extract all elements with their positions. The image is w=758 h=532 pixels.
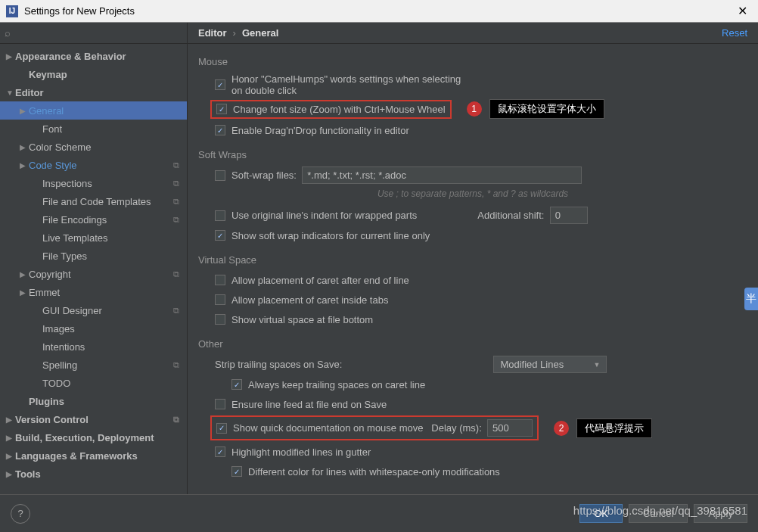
checkbox[interactable] [216, 423, 227, 434]
sidebar-item-todo[interactable]: TODO [0, 374, 187, 392]
shift-input[interactable] [550, 207, 588, 224]
sidebar-item-label: Tools [15, 468, 41, 480]
sidebar-item-font[interactable]: Font [0, 120, 187, 138]
lf-row: Ensure line feed at file end on Save [215, 396, 747, 412]
main-panel: Editor › General Reset Mouse Honor "Came… [188, 23, 758, 494]
callout-2: 2代码悬浮提示 [554, 418, 652, 438]
sidebar-item-version-control[interactable]: ▶Version Control⧉ [0, 410, 187, 428]
sidebar: ⌕ ▶Appearance & BehaviorKeymap▼Editor▶Ge… [0, 23, 188, 494]
sidebar-item-label: Editor [15, 87, 44, 98]
sidebar-item-label: Version Control [15, 414, 89, 425]
chevron-right-icon[interactable]: ▶ [6, 434, 15, 442]
sidebar-item-code-style[interactable]: ▶Code Style⧉ [0, 156, 187, 174]
chevron-right-icon[interactable]: ▶ [20, 107, 29, 115]
sidebar-item-spelling[interactable]: Spelling⧉ [0, 356, 187, 374]
copy-icon: ⧉ [173, 179, 179, 188]
checkbox[interactable] [215, 125, 225, 135]
footer: ? OK Cancel Apply https://blog.csdn.net/… [0, 494, 758, 532]
sidebar-item-images[interactable]: Images [0, 319, 187, 338]
sidebar-item-label: File Encodings [42, 214, 107, 226]
app-icon: IJ [6, 5, 18, 17]
chevron-right-icon[interactable]: ▶ [6, 415, 15, 424]
sidebar-item-editor[interactable]: ▼Editor [0, 83, 187, 101]
reset-link[interactable]: Reset [722, 27, 747, 39]
copy-icon: ⧉ [173, 360, 179, 370]
sidebar-item-label: Keymap [29, 69, 67, 80]
checkbox[interactable] [215, 79, 225, 90]
chevron-right-icon[interactable]: ▶ [6, 52, 15, 61]
keep-row: Always keep trailing spaces on caret lin… [231, 376, 747, 393]
chevron-right-icon[interactable]: ▶ [20, 270, 29, 278]
chevron-right-icon[interactable]: ▶ [20, 161, 29, 170]
sidebar-item-gui-designer[interactable]: GUI Designer⧉ [0, 301, 187, 319]
chevron-right-icon[interactable]: ▶ [20, 143, 29, 151]
softwrap-files-input[interactable] [302, 166, 582, 184]
window-title: Settings for New Projects [24, 5, 733, 17]
sidebar-item-label: Appearance & Behavior [15, 51, 126, 62]
delay-input[interactable] [487, 419, 533, 437]
content: Mouse Honor "CamelHumps" words settings … [188, 44, 758, 494]
quickdoc-row: Show quick documentation on mouse move D… [215, 415, 747, 440]
close-icon[interactable]: ✕ [733, 4, 752, 18]
ok-button[interactable]: OK [579, 504, 623, 523]
sidebar-item-file-and-code-templates[interactable]: File and Code Templates⧉ [0, 192, 187, 210]
chevron-right-icon[interactable]: ▶ [20, 288, 29, 297]
sidebar-item-build-execution-deployment[interactable]: ▶Build, Execution, Deployment [0, 428, 187, 446]
sidebar-item-intentions[interactable]: Intentions [0, 338, 187, 356]
sidebar-item-languages-frameworks[interactable]: ▶Languages & Frameworks [0, 446, 187, 465]
copy-icon: ⧉ [173, 160, 179, 170]
chevron-down-icon[interactable]: ▼ [6, 89, 15, 97]
virtual-bottom-row: Show virtual space at file bottom [215, 311, 747, 328]
sidebar-item-label: Font [42, 123, 62, 135]
caret-eol-row: Allow placement of caret after end of li… [215, 272, 747, 288]
sidebar-item-keymap[interactable]: Keymap [0, 65, 187, 83]
apply-button[interactable]: Apply [694, 504, 747, 523]
search-input[interactable] [14, 27, 182, 39]
checkbox[interactable] [215, 294, 225, 305]
sidebar-item-label: Languages & Frameworks [15, 450, 138, 462]
diffcolor-row: Different color for lines with whitespac… [231, 463, 747, 480]
sidebar-item-label: Code Style [29, 160, 77, 171]
sidebar-item-emmet[interactable]: ▶Emmet [0, 283, 187, 301]
sidebar-item-tools[interactable]: ▶Tools [0, 465, 187, 483]
indicators-row: Show soft wrap indicators for current li… [215, 227, 747, 244]
sidebar-item-file-types[interactable]: File Types [0, 247, 187, 265]
search-bar: ⌕ [0, 23, 187, 44]
cancel-button[interactable]: Cancel [629, 504, 688, 523]
sidebar-item-file-encodings[interactable]: File Encodings⧉ [0, 210, 187, 229]
checkbox[interactable] [215, 230, 225, 241]
sidebar-item-copyright[interactable]: ▶Copyright⧉ [0, 265, 187, 283]
checkbox[interactable] [231, 466, 242, 477]
help-button[interactable]: ? [11, 504, 30, 524]
section-virtual: Virtual Space [198, 254, 747, 266]
sidebar-item-label: Spelling [42, 359, 77, 371]
softwrap-hint: Use ; to separate patterns, * and ? as w… [198, 188, 747, 199]
copy-icon: ⧉ [173, 415, 179, 425]
checkbox[interactable] [215, 314, 225, 325]
breadcrumb-a: Editor [198, 27, 227, 39]
chevron-right-icon[interactable]: ▶ [6, 452, 15, 460]
checkbox[interactable] [215, 446, 225, 457]
sidebar-item-live-templates[interactable]: Live Templates [0, 229, 187, 247]
chevron-right-icon[interactable]: ▶ [6, 470, 15, 478]
sidebar-item-inspections[interactable]: Inspections⧉ [0, 174, 187, 192]
checkbox[interactable] [215, 170, 225, 181]
sidebar-item-appearance-behavior[interactable]: ▶Appearance & Behavior [0, 47, 187, 65]
sidebar-item-plugins[interactable]: Plugins [0, 392, 187, 410]
section-mouse: Mouse [198, 56, 747, 67]
checkbox[interactable] [231, 379, 242, 390]
sidebar-item-color-scheme[interactable]: ▶Color Scheme [0, 138, 187, 156]
sidebar-item-label: TODO [42, 378, 70, 389]
sidebar-item-label: Emmet [29, 287, 60, 298]
sidebar-item-label: File and Code Templates [42, 196, 151, 207]
sidebar-item-general[interactable]: ▶General [0, 101, 187, 120]
search-icon: ⌕ [5, 27, 11, 39]
dnd-row: Enable Drag'n'Drop functionality in edit… [215, 122, 747, 138]
checkbox[interactable] [215, 399, 225, 409]
checkbox[interactable] [215, 210, 225, 221]
checkbox[interactable] [215, 275, 225, 285]
checkbox[interactable] [216, 104, 227, 114]
strip-dropdown[interactable]: Modified Lines [493, 356, 607, 373]
breadcrumb: Editor › General Reset [188, 23, 758, 44]
titlebar: IJ Settings for New Projects ✕ [0, 0, 758, 23]
